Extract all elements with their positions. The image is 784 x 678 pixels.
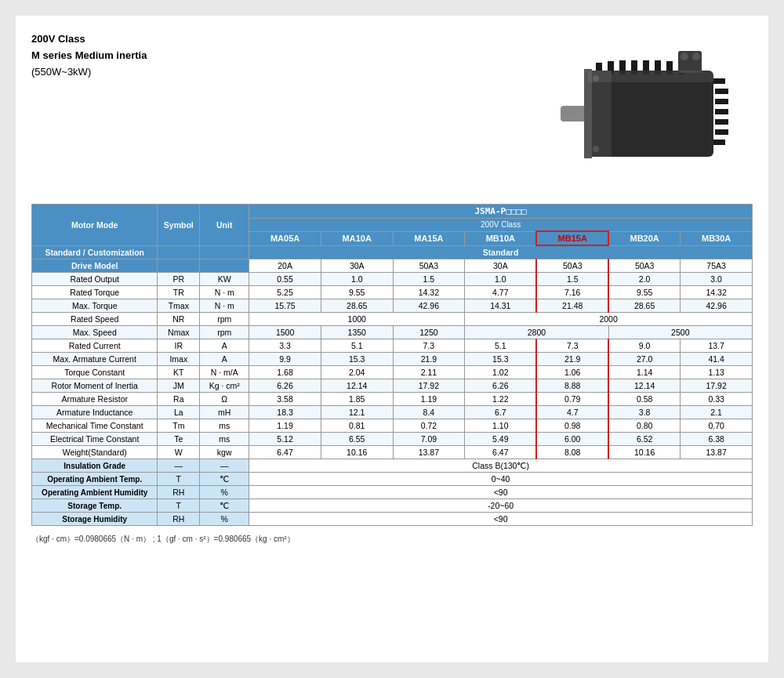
row-data-cell: 2.1 xyxy=(681,406,753,419)
table-row: Operating Ambient Temp.T℃0~40 xyxy=(32,473,753,486)
table-row: Rated CurrentIRA3.35.17.35.17.39.013.7 xyxy=(32,339,753,353)
th-model-MB30A: MB30A xyxy=(681,231,753,245)
row-label: Max. Torque xyxy=(32,299,158,313)
row-data-cell: 1.68 xyxy=(249,366,321,379)
row-data-cell: 1.0 xyxy=(321,273,393,286)
row-data-cell: 9.55 xyxy=(608,286,681,299)
row-unit xyxy=(200,259,249,273)
row-data-cell: 10.16 xyxy=(608,446,681,459)
row-data-cell: 2.04 xyxy=(321,366,393,379)
row-symbol xyxy=(158,259,200,273)
row-data-cell: 7.3 xyxy=(536,339,608,353)
row-data-cell: 6.38 xyxy=(681,433,753,446)
th-motor-mode: Motor Mode xyxy=(32,205,158,246)
row-data-cell: 30A xyxy=(465,259,537,273)
row-symbol: T xyxy=(158,499,200,513)
row-data-cell: 1000 xyxy=(249,313,465,326)
row-data-cell: 13.87 xyxy=(393,446,465,459)
row-data-cell: 42.96 xyxy=(681,299,753,313)
header-line2: M series Medium inertia xyxy=(31,48,147,64)
svg-rect-9 xyxy=(713,78,725,84)
row-data-cell: 1.22 xyxy=(465,393,537,406)
row-data-cell: 17.92 xyxy=(681,379,753,393)
row-data-span: 0~40 xyxy=(249,473,753,486)
row-symbol xyxy=(158,245,200,259)
row-data-cell: 4.7 xyxy=(536,406,608,419)
row-unit: Kg · cm² xyxy=(200,379,249,393)
row-data-cell: 21.9 xyxy=(536,353,608,366)
row-data-cell: 2000 xyxy=(465,313,753,326)
row-label: Mechanical Time Constant xyxy=(32,419,158,433)
table-row: Standard / CustomizationStandard xyxy=(32,245,753,259)
row-data-cell: 1.14 xyxy=(608,366,681,379)
row-unit: mH xyxy=(200,406,249,419)
row-unit: ms xyxy=(200,419,249,433)
row-label: Standard / Customization xyxy=(32,245,158,259)
row-unit xyxy=(200,245,249,259)
th-model-MA15A: MA15A xyxy=(393,231,465,245)
row-data-cell: 2500 xyxy=(608,326,752,339)
row-data-cell: 1250 xyxy=(393,326,465,339)
row-data-cell: 9.55 xyxy=(321,286,393,299)
row-symbol: RH xyxy=(158,513,200,526)
row-data-cell: 0.81 xyxy=(321,419,393,433)
table-row: Rated OutputPRKW0.551.01.51.01.52.03.0 xyxy=(32,273,753,286)
row-label: Armature Inductance xyxy=(32,406,158,419)
th-symbol: Symbol xyxy=(158,205,200,246)
row-data-cell: 15.75 xyxy=(249,299,321,313)
row-data-cell: 42.96 xyxy=(393,299,465,313)
row-data-cell: 18.3 xyxy=(249,406,321,419)
svg-rect-13 xyxy=(715,119,728,125)
table-row: Storage Temp.T℃-20~60 xyxy=(32,499,753,513)
svg-rect-12 xyxy=(715,109,728,114)
table-row: Rated SpeedNRrpm10002000 xyxy=(32,313,753,326)
row-unit: rpm xyxy=(200,326,249,339)
svg-rect-10 xyxy=(715,89,728,94)
row-data-cell: 5.12 xyxy=(249,433,321,446)
row-label: Insulation Grade xyxy=(32,459,158,473)
row-data-cell: 0.79 xyxy=(536,393,608,406)
table-row: Armature InductanceLamH18.312.18.46.74.7… xyxy=(32,406,753,419)
row-data-cell: 12.14 xyxy=(608,379,681,393)
row-data-cell: 0.98 xyxy=(536,419,608,433)
header-line1: 200V Class xyxy=(31,31,147,48)
row-unit: % xyxy=(200,486,249,499)
row-data-cell: 75A3 xyxy=(681,259,753,273)
row-data-cell: 1.0 xyxy=(465,273,537,286)
row-unit: ℃ xyxy=(200,473,249,486)
row-data-cell: 4.77 xyxy=(465,286,537,299)
row-data-cell: 2.11 xyxy=(393,366,465,379)
row-data-cell: 1.13 xyxy=(681,366,753,379)
row-data-cell: 7.09 xyxy=(393,433,465,446)
row-data-cell: 1.02 xyxy=(465,366,537,379)
th-model-MB10A: MB10A xyxy=(465,231,537,245)
svg-rect-15 xyxy=(713,140,725,145)
svg-rect-21 xyxy=(584,69,592,158)
row-data-cell: 14.32 xyxy=(393,286,465,299)
row-data-cell: 50A3 xyxy=(393,259,465,273)
row-unit: KW xyxy=(200,273,249,286)
table-row: Torque ConstantKTN · m/A1.682.042.111.02… xyxy=(32,366,753,379)
row-data-span: <90 xyxy=(249,486,753,499)
row-data-cell: 30A xyxy=(321,259,393,273)
row-unit: kgw xyxy=(200,446,249,459)
row-symbol: T xyxy=(158,473,200,486)
footer-note: （kgf · cm）=0.0980665（N · m） ; 1（gf · cm … xyxy=(31,534,753,545)
row-label: Operating Ambient Temp. xyxy=(32,473,158,486)
th-jsma: JSMA-P□□□□ xyxy=(249,205,753,219)
motor-image xyxy=(549,31,753,188)
row-label: Storage Temp. xyxy=(32,499,158,513)
row-data-cell: 2800 xyxy=(465,326,608,339)
row-label: Storage Humidity xyxy=(32,513,158,526)
row-symbol: Tm xyxy=(158,419,200,433)
table-row: Max. TorqueTmaxN · m15.7528.6542.9614.31… xyxy=(32,299,753,313)
row-unit: N · m/A xyxy=(200,366,249,379)
table-row: Insulation Grade——Class B(130℃) xyxy=(32,459,753,473)
row-symbol: IR xyxy=(158,339,200,353)
table-row: Weight(Standard)Wkgw6.4710.1613.876.478.… xyxy=(32,446,753,459)
row-data-cell: 6.26 xyxy=(249,379,321,393)
row-data-cell: 15.3 xyxy=(321,353,393,366)
row-data-cell: 1.06 xyxy=(536,366,608,379)
row-data-cell: 7.3 xyxy=(393,339,465,353)
row-symbol: PR xyxy=(158,273,200,286)
